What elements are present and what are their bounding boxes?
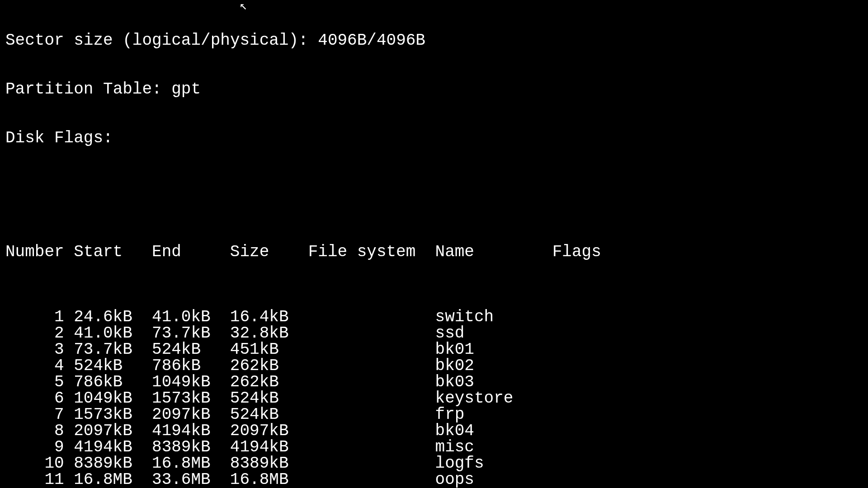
terminal-output[interactable]: Sector size (logical/physical): 4096B/40… — [0, 0, 868, 488]
cell — [308, 472, 435, 488]
cell — [308, 455, 435, 472]
cell: 16.4kB — [230, 309, 308, 325]
cell — [308, 309, 435, 325]
cell — [308, 390, 435, 407]
cell — [552, 325, 631, 342]
cell: logfs — [435, 455, 552, 472]
cell: 24.6kB — [74, 309, 152, 325]
cell — [552, 309, 631, 325]
cell: 3 — [5, 342, 74, 358]
table-row: 71573kB2097kB524kBfrp — [5, 407, 863, 423]
cell: 8389kB — [152, 439, 230, 455]
col-header-start: Start — [74, 244, 152, 260]
cell: 41.0kB — [152, 309, 230, 325]
col-header-size: Size — [230, 244, 308, 260]
cell — [552, 390, 631, 407]
cell — [552, 358, 631, 374]
cell — [308, 439, 435, 455]
cell: bk02 — [435, 358, 552, 374]
cell — [308, 358, 435, 374]
cell — [308, 374, 435, 390]
cell: 32.8kB — [230, 325, 308, 342]
cell — [552, 472, 631, 488]
cell: 1049kB — [74, 390, 152, 407]
table-row: 241.0kB73.7kB32.8kBssd — [5, 325, 863, 342]
cell: 41.0kB — [74, 325, 152, 342]
cell: 1573kB — [152, 390, 230, 407]
cell: 4 — [5, 358, 74, 374]
cell: 524kB — [74, 358, 152, 374]
table-row: 94194kB8389kB4194kBmisc — [5, 439, 863, 455]
cell: 786kB — [152, 358, 230, 374]
cell — [552, 407, 631, 423]
cell: 16.8MB — [74, 472, 152, 488]
cell: 1 — [5, 309, 74, 325]
cell: bk01 — [435, 342, 552, 358]
cell: misc — [435, 439, 552, 455]
col-header-number: Number — [5, 244, 74, 260]
partition-rows: 124.6kB41.0kB16.4kBswitch241.0kB73.7kB32… — [5, 309, 863, 488]
cell — [308, 342, 435, 358]
table-row: 61049kB1573kB524kBkeystore — [5, 390, 863, 407]
col-header-end: End — [152, 244, 230, 260]
cell: 4194kB — [152, 423, 230, 439]
cell: ssd — [435, 325, 552, 342]
cell: 262kB — [230, 358, 308, 374]
cell: oops — [435, 472, 552, 488]
cell: bk03 — [435, 374, 552, 390]
partition-table-line: Partition Table: gpt — [5, 81, 863, 98]
cell: 7 — [5, 407, 74, 423]
cell: 73.7kB — [152, 325, 230, 342]
table-row: 124.6kB41.0kB16.4kBswitch — [5, 309, 863, 325]
cell: 1049kB — [152, 374, 230, 390]
cell: 16.8MB — [230, 472, 308, 488]
cell: 5 — [5, 374, 74, 390]
col-header-fs: File system — [308, 244, 435, 260]
cell — [552, 374, 631, 390]
disk-flags-line: Disk Flags: — [5, 130, 863, 146]
cell: 2097kB — [230, 423, 308, 439]
table-row: 1116.8MB33.6MB16.8MBoops — [5, 472, 863, 488]
cell: 8389kB — [230, 455, 308, 472]
cell: 2097kB — [74, 423, 152, 439]
cell: bk04 — [435, 423, 552, 439]
cell: 8 — [5, 423, 74, 439]
cell — [552, 342, 631, 358]
cell: 8389kB — [74, 455, 152, 472]
cell — [552, 455, 631, 472]
cell: keystore — [435, 390, 552, 407]
cell: 2 — [5, 325, 74, 342]
table-row: 108389kB16.8MB8389kBlogfs — [5, 455, 863, 472]
table-header: Number Start End Size File system Name F… — [5, 244, 863, 260]
cell: 1573kB — [74, 407, 152, 423]
cell — [308, 423, 435, 439]
cell: 73.7kB — [74, 342, 152, 358]
cell: frp — [435, 407, 552, 423]
cell: 6 — [5, 390, 74, 407]
cell: 524kB — [230, 407, 308, 423]
cell: 9 — [5, 439, 74, 455]
cell: switch — [435, 309, 552, 325]
cell: 451kB — [230, 342, 308, 358]
table-row: 82097kB4194kB2097kBbk04 — [5, 423, 863, 439]
cell: 786kB — [74, 374, 152, 390]
sector-size-line: Sector size (logical/physical): 4096B/40… — [5, 33, 863, 49]
table-row: 4524kB786kB262kBbk02 — [5, 358, 863, 374]
cell — [308, 325, 435, 342]
blank-line — [5, 179, 863, 195]
cell: 524kB — [152, 342, 230, 358]
cell: 33.6MB — [152, 472, 230, 488]
cell: 10 — [5, 455, 74, 472]
cell: 11 — [5, 472, 74, 488]
cell — [308, 407, 435, 423]
cell: 262kB — [230, 374, 308, 390]
cell — [552, 423, 631, 439]
col-header-flags: Flags — [552, 244, 631, 260]
cell — [552, 439, 631, 455]
cell: 4194kB — [230, 439, 308, 455]
table-row: 373.7kB524kB451kBbk01 — [5, 342, 863, 358]
col-header-name: Name — [435, 244, 552, 260]
cell: 524kB — [230, 390, 308, 407]
cell: 2097kB — [152, 407, 230, 423]
cell: 16.8MB — [152, 455, 230, 472]
